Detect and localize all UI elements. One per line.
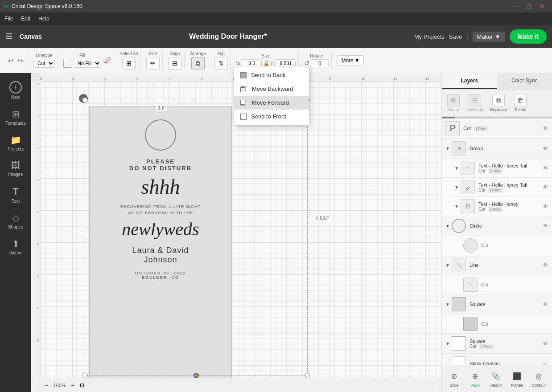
layer-child-text1[interactable]: ▼ ~ Text - Hello Honey Tail Cut | Print … <box>442 159 552 178</box>
attach-button[interactable]: 📎 Attach <box>488 368 504 389</box>
fill-color-swatch[interactable] <box>63 59 72 68</box>
fit-view-icon[interactable]: ⊡ <box>80 382 84 388</box>
sidebar-item-projects[interactable]: 📁 Projects <box>3 131 29 155</box>
square1-toggle[interactable]: ▼ <box>445 302 450 307</box>
sidebar-item-images[interactable]: 🖼 Images <box>3 157 29 180</box>
sidebar-item-shapes[interactable]: ◇ Shapes <box>3 209 29 233</box>
tab-layers[interactable]: Layers <box>442 73 497 89</box>
contour-button[interactable]: ◎ Contour <box>530 368 548 389</box>
layer-visibility-square2[interactable]: 👁 <box>543 340 548 347</box>
move-backward-item[interactable]: Move Backward <box>234 82 309 96</box>
layer-thumb-text1: ~ <box>461 161 475 175</box>
redo-button[interactable]: ↪ <box>16 55 25 66</box>
more-button[interactable]: More ▼ <box>337 55 363 66</box>
child2-toggle[interactable]: ▼ <box>454 185 459 190</box>
line-toggle[interactable]: ▼ <box>445 263 450 268</box>
undo-button[interactable]: ↩ <box>6 55 15 66</box>
tab-color-sync[interactable]: Color Sync <box>497 73 552 89</box>
layer-visibility-text3[interactable]: 👁 <box>543 203 548 210</box>
layer-child-circle[interactable]: Cut <box>442 236 552 255</box>
my-projects-button[interactable]: My Projects <box>414 33 445 40</box>
layer-child-line[interactable]: | Cut <box>442 275 552 294</box>
circle-toggle[interactable]: ▼ <box>445 224 450 229</box>
move-forward-item[interactable]: Move Forward <box>234 96 309 110</box>
sidebar-item-new[interactable]: + New <box>3 78 29 103</box>
layer-item-blank-canvas[interactable]: Blank Canvas 👁 <box>442 354 552 365</box>
layer-visibility-blank-canvas[interactable]: 👁 <box>543 360 548 365</box>
flip-button[interactable]: ⇅ <box>214 57 228 69</box>
make-it-button[interactable]: Make It <box>510 29 547 44</box>
group-button[interactable]: ⊞ Group <box>445 92 462 114</box>
maximize-button[interactable]: □ <box>523 0 535 12</box>
edit-button[interactable]: ✏ <box>146 57 160 69</box>
layer-visibility-group[interactable]: 👁 <box>543 145 548 152</box>
deselect-button[interactable]: ✕ <box>79 94 88 103</box>
sidebar-item-text[interactable]: T Text <box>3 182 29 207</box>
layer-child-text3[interactable]: ▼ h Text - Hello Honey Cut | Print 👁 <box>442 197 552 216</box>
right-panel: Layers Color Sync ⊞ Group ⊟ UnGroup ⧉ Du… <box>441 73 552 392</box>
send-to-back-item[interactable]: Send to Back <box>234 68 309 82</box>
rotate-input[interactable] <box>311 59 329 67</box>
maker-dropdown[interactable]: Maker ▼ <box>473 32 505 42</box>
delete-button[interactable]: 🗑 Delete <box>511 92 529 114</box>
edit-item: Edit ✏ <box>146 51 160 69</box>
menu-file[interactable]: File <box>4 16 13 22</box>
layer-visibility-line[interactable]: 👁 <box>543 262 548 269</box>
flatten-icon: ⬛ <box>511 370 523 382</box>
child3-toggle[interactable]: ▼ <box>454 204 459 209</box>
layer-visibility-text2[interactable]: 👁 <box>543 184 548 191</box>
fill-select[interactable]: No Fill <box>74 59 101 68</box>
zoom-out-button[interactable]: − <box>45 382 48 389</box>
send-to-front-item[interactable]: Send to Front <box>234 110 309 123</box>
title-controls[interactable]: — □ ✕ <box>509 0 548 12</box>
hamburger-menu-icon[interactable]: ☰ <box>5 32 12 41</box>
left-sidebar: + New ⊞ Templates 📁 Projects 🖼 Images T … <box>0 73 31 392</box>
layer-item-p[interactable]: P Cut | Print 👁 <box>442 118 552 139</box>
weld-button[interactable]: ⊕ Weld <box>467 368 483 389</box>
layer-item-circle[interactable]: ▼ Circle 👁 <box>442 216 552 236</box>
sidebar-item-templates[interactable]: ⊞ Templates <box>3 105 29 129</box>
handle-top-left[interactable] <box>82 98 88 103</box>
flatten-button[interactable]: ⬛ Flatten <box>509 368 525 389</box>
ruler-mark-left-3: 3 <box>37 178 39 182</box>
menu-help[interactable]: Help <box>38 16 49 22</box>
select-all-button[interactable]: ⊞ <box>122 57 136 69</box>
minimize-button[interactable]: — <box>509 0 522 12</box>
linetype-select[interactable]: Cut <box>33 59 55 68</box>
zoom-in-button[interactable]: + <box>71 382 74 389</box>
grid-canvas[interactable]: PLEASE DO NOT DISTURB shhh RECOVERING FR… <box>40 82 441 392</box>
header-separator: | <box>466 33 468 40</box>
sidebar-item-upload[interactable]: ⬆ Upload <box>3 235 29 259</box>
layers-list[interactable]: P Cut | Print 👁 ▼ ⊞ Group 👁 ▼ ~ <box>442 118 552 365</box>
size-item: Size W 🔒 H <box>236 53 296 67</box>
duplicate-button[interactable]: ⧉ Duplicate <box>488 92 510 114</box>
close-button[interactable]: ✕ <box>536 0 548 12</box>
layer-visibility-circle[interactable]: 👁 <box>543 223 548 229</box>
layer-item-group[interactable]: ▼ ⊞ Group 👁 <box>442 139 552 159</box>
square2-toggle[interactable]: ▼ <box>445 341 450 346</box>
layer-child-square1[interactable]: Cut <box>442 314 552 334</box>
lock-icon[interactable]: 🔒 <box>263 60 270 66</box>
layer-visibility-p[interactable]: 👁 <box>543 125 548 132</box>
edit-label: Edit <box>149 51 157 56</box>
save-button[interactable]: Save <box>449 33 462 40</box>
layer-child-text2[interactable]: ▼ ℊ Text - Hello Honey Tail Cut | Print … <box>442 178 552 197</box>
group-toggle-icon[interactable]: ▼ <box>445 146 450 151</box>
ungroup-button[interactable]: ⊟ UnGroup <box>464 92 486 114</box>
menu-edit[interactable]: Edit <box>21 16 30 22</box>
child1-toggle[interactable]: ▼ <box>454 166 459 171</box>
layer-item-square1[interactable]: ▼ Square 👁 <box>442 294 552 314</box>
slice-button[interactable]: ⊘ Slice <box>446 368 462 389</box>
layer-visibility-text1[interactable]: 👁 <box>543 165 548 172</box>
more-chevron-icon: ▼ <box>354 57 360 64</box>
layer-thumb-circle <box>452 219 466 233</box>
weld-icon: ⊕ <box>469 370 481 382</box>
layer-item-square2[interactable]: ▼ Square Cut | Print 👁 <box>442 334 552 354</box>
fill-item: Fill No Fill <box>63 53 101 68</box>
align-button[interactable]: ⊟ <box>168 57 181 69</box>
layer-visibility-square1[interactable]: 👁 <box>543 301 548 308</box>
color-picker-icon[interactable]: 🖊 <box>104 57 111 65</box>
delete-label: Delete <box>515 107 526 112</box>
arrange-button[interactable]: ⧉ <box>191 57 205 69</box>
layer-item-line[interactable]: ▼ | Line 👁 <box>442 255 552 275</box>
